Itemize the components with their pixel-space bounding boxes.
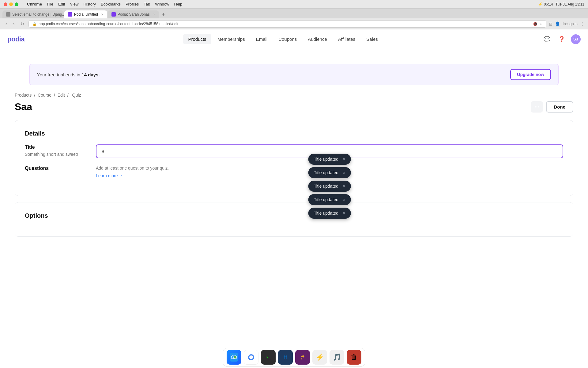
app2-icon: 🎵 bbox=[333, 353, 341, 361]
tab-podia-untitled[interactable]: Podia: Untitled ✕ bbox=[64, 10, 107, 18]
tab-favicon-podia-untitled bbox=[68, 12, 72, 17]
tab-podia-sarah[interactable]: Podia: Sarah Jonas ✕ bbox=[108, 10, 159, 18]
menu-edit[interactable]: Edit bbox=[58, 2, 65, 6]
logo[interactable]: podia bbox=[7, 35, 24, 43]
breadcrumb-edit[interactable]: Edit bbox=[58, 93, 65, 98]
forward-button[interactable]: › bbox=[11, 21, 17, 27]
tab-label-podia-untitled: Podia: Untitled bbox=[74, 12, 98, 17]
toast-2-label: Title updated bbox=[314, 170, 338, 175]
nav-email[interactable]: Email bbox=[251, 34, 273, 44]
toast-1: Title updated × bbox=[308, 154, 351, 165]
breadcrumb-course[interactable]: Course bbox=[38, 93, 51, 98]
toast-stack: Title updated × Title updated × Title up… bbox=[308, 154, 351, 219]
datetime: Tue 31 Aug 13:11 bbox=[556, 2, 584, 6]
lock-icon: 🔒 bbox=[32, 22, 37, 26]
nav-sales[interactable]: Sales bbox=[361, 34, 383, 44]
header-actions: 💬 ❓ SJ bbox=[541, 34, 581, 45]
menu-help[interactable]: Help bbox=[174, 2, 183, 6]
menu-view[interactable]: View bbox=[70, 2, 78, 6]
profile-button[interactable]: 👤 bbox=[555, 21, 560, 26]
mac-bar-right: ⚡ 06:14 Tue 31 Aug 13:11 bbox=[538, 2, 584, 6]
minimize-window-button[interactable] bbox=[9, 2, 13, 6]
page-title-row: Saa ··· Done bbox=[15, 101, 573, 113]
nav-coupons[interactable]: Coupons bbox=[273, 34, 302, 44]
menu-chrome[interactable]: Chrome bbox=[27, 2, 42, 6]
tab-label-podia-sarah: Podia: Sarah Jonas bbox=[118, 12, 150, 17]
nav-products[interactable]: Products bbox=[183, 34, 211, 44]
dock-finder[interactable] bbox=[227, 350, 241, 365]
menu-profiles[interactable]: Profiles bbox=[126, 2, 139, 6]
svg-point-7 bbox=[249, 355, 253, 359]
breadcrumb-products[interactable]: Products bbox=[15, 93, 32, 98]
avatar[interactable]: SJ bbox=[571, 34, 581, 44]
chat-icon-button[interactable]: 💬 bbox=[541, 34, 552, 45]
browser-actions: ⊡ 👤 Incognito ⋮ bbox=[549, 21, 584, 26]
url-bar-icons: 📵 ☆ bbox=[533, 22, 542, 26]
questions-field-row: Questions Add at least one question to y… bbox=[25, 166, 563, 178]
toast-1-label: Title updated bbox=[314, 157, 338, 162]
toast-5-label: Title updated bbox=[314, 211, 338, 216]
dock-app2[interactable]: 🎵 bbox=[330, 350, 344, 365]
done-button[interactable]: Done bbox=[546, 101, 574, 113]
slack-icon: # bbox=[301, 354, 304, 361]
battery-icon: ⚡ 06:14 bbox=[538, 2, 553, 6]
back-button[interactable]: ‹ bbox=[4, 21, 9, 27]
dock-app1[interactable]: ⚡ bbox=[312, 350, 327, 365]
toast-5: Title updated × bbox=[308, 208, 351, 219]
title-field-desc: Something short and sweet! bbox=[25, 152, 86, 157]
toast-2-close[interactable]: × bbox=[343, 171, 345, 175]
help-icon-button[interactable]: ❓ bbox=[556, 34, 567, 45]
toast-5-close[interactable]: × bbox=[343, 211, 345, 215]
app-container: podia Products Memberships Email Coupons… bbox=[0, 29, 588, 368]
title-field-row: Title Something short and sweet! Title u… bbox=[25, 144, 563, 158]
url-bar[interactable]: 🔒 app.podia.com/courses/saas-onboarding-… bbox=[28, 20, 546, 28]
menu-bookmarks[interactable]: Bookmarks bbox=[101, 2, 121, 6]
learn-more-arrow-icon: ↗ bbox=[119, 174, 122, 178]
url-text: app.podia.com/courses/saas-onboarding-co… bbox=[39, 22, 178, 26]
refresh-button[interactable]: ↻ bbox=[19, 21, 26, 27]
mac-menu-bar: Chrome File Edit View History Bookmarks … bbox=[0, 0, 588, 9]
tab-favicon-django bbox=[6, 12, 10, 17]
learn-more-link[interactable]: Learn more ↗ bbox=[96, 173, 122, 178]
incognito-label: Incognito bbox=[563, 22, 578, 26]
bookmark-icon: ☆ bbox=[539, 22, 542, 26]
dock-app3[interactable]: 🗑 bbox=[347, 350, 361, 365]
menu-tab[interactable]: Tab bbox=[144, 2, 150, 6]
chrome-icon bbox=[246, 352, 256, 362]
cast-button[interactable]: ⊡ bbox=[549, 21, 552, 26]
tab-close-podia-untitled[interactable]: ✕ bbox=[101, 13, 104, 16]
toast-4-close[interactable]: × bbox=[343, 197, 345, 202]
toast-2: Title updated × bbox=[308, 167, 351, 178]
menu-window[interactable]: Window bbox=[155, 2, 169, 6]
nav-audience[interactable]: Audience bbox=[303, 34, 332, 44]
dock-vscode[interactable]: ⌗ bbox=[278, 350, 293, 365]
dock-terminal[interactable]: >_ bbox=[261, 350, 276, 365]
more-options-button[interactable]: ··· bbox=[531, 101, 543, 113]
toast-3-label: Title updated bbox=[314, 184, 338, 189]
toast-3-close[interactable]: × bbox=[343, 184, 345, 188]
upgrade-button[interactable]: Upgrade now bbox=[510, 69, 551, 80]
title-field-left: Title Something short and sweet! bbox=[25, 144, 86, 157]
svg-point-4 bbox=[234, 356, 236, 358]
close-window-button[interactable] bbox=[4, 2, 7, 6]
dock-chrome[interactable] bbox=[244, 350, 258, 365]
options-card: Options bbox=[15, 202, 573, 237]
mac-bar-left: Chrome File Edit View History Bookmarks … bbox=[4, 2, 182, 6]
questions-field-left: Questions bbox=[25, 166, 86, 173]
menu-history[interactable]: History bbox=[83, 2, 96, 6]
new-tab-button[interactable]: + bbox=[160, 12, 167, 17]
tab-close-podia-sarah[interactable]: ✕ bbox=[153, 13, 155, 16]
details-card: Details Title Something short and sweet!… bbox=[15, 120, 573, 196]
toast-1-close[interactable]: × bbox=[343, 157, 345, 161]
fullscreen-window-button[interactable] bbox=[15, 2, 18, 6]
breadcrumb-quiz: Quiz bbox=[72, 93, 81, 98]
title-field-right: Title updated × Title updated × Title up… bbox=[96, 144, 563, 158]
app-header: podia Products Memberships Email Coupons… bbox=[0, 29, 588, 49]
menu-file[interactable]: File bbox=[47, 2, 53, 6]
more-chrome-button[interactable]: ⋮ bbox=[580, 21, 584, 26]
tab-django[interactable]: Select email to change | Djang... ✕ bbox=[2, 10, 64, 18]
nav-affiliates[interactable]: Affiliates bbox=[333, 34, 360, 44]
trial-text: Your free trial ends in 14 days. bbox=[37, 72, 100, 77]
nav-memberships[interactable]: Memberships bbox=[213, 34, 250, 44]
dock-slack[interactable]: # bbox=[295, 350, 310, 365]
